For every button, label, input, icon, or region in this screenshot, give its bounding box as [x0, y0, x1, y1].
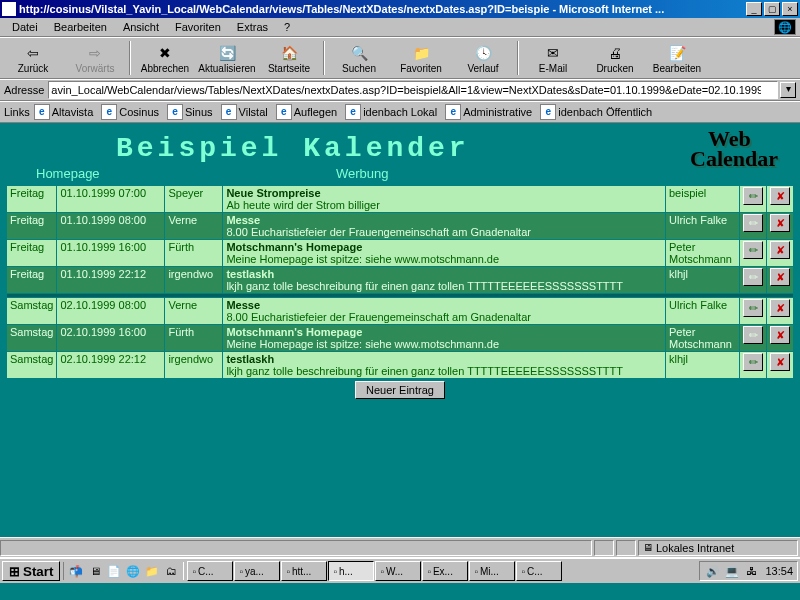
cell-datetime: 02.10.1999 16:00: [57, 325, 165, 352]
taskbar-task[interactable]: ▫h...: [328, 561, 374, 581]
nav-row: Homepage Werbung: [6, 166, 794, 185]
ql-icon-2[interactable]: 🖥: [86, 562, 104, 580]
start-button[interactable]: ⊞Start: [2, 561, 60, 581]
link-idenbach-oeff[interactable]: idenbach Öffentlich: [540, 104, 652, 120]
cell-datetime: 01.10.1999 16:00: [57, 240, 165, 267]
edit-row-button[interactable]: ✏: [743, 187, 763, 205]
menu-extras[interactable]: Extras: [229, 19, 276, 35]
delete-row-button[interactable]: ✘: [770, 353, 790, 371]
menu-help[interactable]: ?: [276, 19, 298, 35]
edit-row-button[interactable]: ✏: [743, 299, 763, 317]
tray-icon-1[interactable]: 🔊: [704, 562, 722, 580]
cell-description: Neue StrompreiseAb heute wird der Strom …: [223, 186, 666, 213]
link-vilstal[interactable]: Vilstal: [221, 104, 268, 120]
ql-icon-5[interactable]: 📁: [143, 562, 161, 580]
link-sinus[interactable]: Sinus: [167, 104, 213, 120]
address-go-button[interactable]: ▾: [780, 82, 796, 98]
stop-button[interactable]: ✖Abbrechen: [134, 38, 196, 78]
link-auflegen[interactable]: Auflegen: [276, 104, 337, 120]
taskbar-task[interactable]: ▫C...: [516, 561, 562, 581]
links-label: Links: [4, 106, 30, 118]
delete-row-button[interactable]: ✘: [770, 299, 790, 317]
ql-icon-4[interactable]: 🌐: [124, 562, 142, 580]
favorites-button[interactable]: 📁Favoriten: [390, 38, 452, 78]
taskbar-task[interactable]: ▫Ex...: [422, 561, 468, 581]
taskbar: ⊞Start 📬 🖥 📄 🌐 📁 🗂 ▫C...▫ya...▫htt...▫h.…: [0, 557, 800, 583]
ql-icon-3[interactable]: 📄: [105, 562, 123, 580]
forward-arrow-icon: ⇨: [85, 43, 105, 63]
edit-row-button[interactable]: ✏: [743, 268, 763, 286]
menu-bar: Datei Bearbeiten Ansicht Favoriten Extra…: [0, 18, 800, 37]
refresh-button[interactable]: 🔄Aktualisieren: [196, 38, 258, 78]
table-row: Freitag01.10.1999 22:12irgendwotestlaskh…: [7, 267, 794, 294]
link-administrative[interactable]: Administrative: [445, 104, 532, 120]
menu-datei[interactable]: Datei: [4, 19, 46, 35]
link-idenbach-lokal[interactable]: idenbach Lokal: [345, 104, 437, 120]
cell-description: Messe8.00 Eucharistiefeier der Frauengem…: [223, 213, 666, 240]
taskbar-task[interactable]: ▫W...: [375, 561, 421, 581]
mail-button[interactable]: ✉E-Mail: [522, 38, 584, 78]
delete-row-button[interactable]: ✘: [770, 241, 790, 259]
toolbar: ⇦Zurück ⇨Vorwärts ✖Abbrechen 🔄Aktualisie…: [0, 37, 800, 79]
delete-row-button[interactable]: ✘: [770, 187, 790, 205]
cell-day: Freitag: [7, 186, 57, 213]
favorites-icon: 📁: [411, 43, 431, 63]
history-button[interactable]: 🕓Verlauf: [452, 38, 514, 78]
task-icon: ▫: [380, 566, 384, 577]
page-title: Beispiel Kalender: [6, 127, 794, 166]
back-button[interactable]: ⇦Zurück: [2, 38, 64, 78]
maximize-button[interactable]: ▢: [764, 2, 780, 16]
delete-row-button[interactable]: ✘: [770, 326, 790, 344]
menu-ansicht[interactable]: Ansicht: [115, 19, 167, 35]
ql-icon-1[interactable]: 📬: [67, 562, 85, 580]
search-button[interactable]: 🔍Suchen: [328, 38, 390, 78]
nav-homepage[interactable]: Homepage: [36, 166, 336, 181]
taskbar-task[interactable]: ▫ya...: [234, 561, 280, 581]
link-cosinus[interactable]: Cosinus: [101, 104, 159, 120]
new-entry-button[interactable]: Neuer Eintrag: [355, 381, 445, 399]
address-bar: Adresse ▾: [0, 79, 800, 101]
print-button[interactable]: 🖨Drucken: [584, 38, 646, 78]
home-button[interactable]: 🏠Startseite: [258, 38, 320, 78]
delete-row-button[interactable]: ✘: [770, 268, 790, 286]
cell-description: Motschmann's HomepageMeine Homepage ist …: [223, 240, 666, 267]
tray-icon-3[interactable]: 🖧: [742, 562, 760, 580]
minimize-button[interactable]: _: [746, 2, 762, 16]
nav-werbung[interactable]: Werbung: [336, 166, 389, 181]
cell-day: Samstag: [7, 325, 57, 352]
tray-icon-2[interactable]: 💻: [723, 562, 741, 580]
edit-button[interactable]: 📝Bearbeiten: [646, 38, 708, 78]
close-button[interactable]: ×: [782, 2, 798, 16]
menu-favoriten[interactable]: Favoriten: [167, 19, 229, 35]
address-label: Adresse: [4, 84, 44, 96]
menu-bearbeiten[interactable]: Bearbeiten: [46, 19, 115, 35]
link-altavista[interactable]: Altavista: [34, 104, 94, 120]
taskbar-task[interactable]: ▫C...: [187, 561, 233, 581]
cell-owner: beispiel: [666, 186, 740, 213]
address-input[interactable]: [48, 81, 778, 99]
task-icon: ▫: [333, 566, 337, 577]
forward-button[interactable]: ⇨Vorwärts: [64, 38, 126, 78]
delete-row-button[interactable]: ✘: [770, 214, 790, 232]
edit-row-button[interactable]: ✏: [743, 326, 763, 344]
cell-datetime: 02.10.1999 22:12: [57, 352, 165, 379]
edit-row-button[interactable]: ✏: [743, 353, 763, 371]
cell-day: Freitag: [7, 240, 57, 267]
cell-description: Messe8.00 Eucharistiefeier der Frauengem…: [223, 298, 666, 325]
cell-location: Fürth: [165, 325, 223, 352]
search-icon: 🔍: [349, 43, 369, 63]
taskbar-task[interactable]: ▫Mi...: [469, 561, 515, 581]
cell-location: Verne: [165, 298, 223, 325]
mail-icon: ✉: [543, 43, 563, 63]
cell-description: testlaskhlkjh ganz tolle beschreibung fü…: [223, 352, 666, 379]
taskbar-task[interactable]: ▫htt...: [281, 561, 327, 581]
edit-row-button[interactable]: ✏: [743, 214, 763, 232]
edit-row-button[interactable]: ✏: [743, 241, 763, 259]
ql-icon-6[interactable]: 🗂: [162, 562, 180, 580]
ie-throbber-icon: 🌐: [774, 19, 796, 35]
ie-icon: [2, 2, 16, 16]
task-icon: ▫: [427, 566, 431, 577]
edit-icon: 📝: [667, 43, 687, 63]
cell-owner: Ulrich Falke: [666, 298, 740, 325]
cell-location: irgendwo: [165, 352, 223, 379]
